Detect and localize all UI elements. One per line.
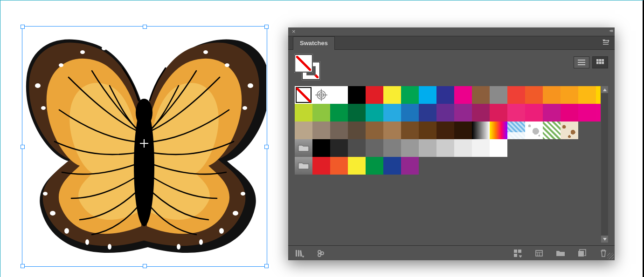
swatch-libraries-menu-icon[interactable] <box>295 249 304 258</box>
artboard[interactable]: × ◂◂ Swatches <box>0 0 643 277</box>
swatch[interactable] <box>507 104 525 122</box>
swatch[interactable] <box>472 104 490 122</box>
swatch[interactable] <box>490 139 507 157</box>
swatch[interactable] <box>383 122 401 139</box>
swatch[interactable] <box>401 104 419 122</box>
panel-menu-icon[interactable] <box>602 39 611 47</box>
swatch[interactable] <box>436 86 454 104</box>
swatch[interactable] <box>366 157 383 175</box>
swatch[interactable] <box>596 104 601 122</box>
swatch[interactable] <box>295 122 312 139</box>
close-icon[interactable]: × <box>292 28 296 35</box>
swatch[interactable] <box>330 86 348 104</box>
scroll-up-icon[interactable] <box>601 86 608 93</box>
swatch[interactable] <box>490 86 507 104</box>
swatch[interactable] <box>348 157 366 175</box>
collapse-icon[interactable]: ◂◂ <box>609 27 612 34</box>
swatch[interactable] <box>383 86 401 104</box>
swatch[interactable] <box>383 139 401 157</box>
swatch[interactable] <box>312 122 330 139</box>
resize-handle-tm[interactable] <box>143 25 147 29</box>
swatch[interactable] <box>383 157 401 175</box>
swatch-gradient-spectrum[interactable] <box>490 122 507 139</box>
swatch-group-folder[interactable] <box>295 139 312 157</box>
swatch[interactable] <box>312 139 330 157</box>
swatch[interactable] <box>330 157 348 175</box>
swatch[interactable] <box>561 86 578 104</box>
swatch[interactable] <box>419 104 436 122</box>
swatch[interactable] <box>454 104 472 122</box>
grid-view-button[interactable] <box>592 56 608 68</box>
swatch[interactable] <box>366 104 383 122</box>
swatch-options-icon[interactable] <box>513 249 522 258</box>
selected-artwork[interactable] <box>22 26 266 266</box>
swatch[interactable] <box>596 86 601 104</box>
swatch[interactable] <box>507 86 525 104</box>
show-swatch-kinds-icon[interactable] <box>316 249 325 258</box>
swatch[interactable] <box>419 139 436 157</box>
resize-handle-tl[interactable] <box>21 25 25 29</box>
swatch-pattern-dots[interactable] <box>525 122 543 139</box>
swatch[interactable] <box>578 86 596 104</box>
swatch[interactable] <box>348 104 366 122</box>
swatch-pattern-2[interactable] <box>561 122 578 139</box>
panel-titlebar[interactable]: × ◂◂ <box>288 27 615 36</box>
resize-handle-mr[interactable] <box>264 145 269 149</box>
swatch[interactable] <box>454 86 472 104</box>
swatch[interactable] <box>295 104 312 122</box>
swatch[interactable] <box>525 86 543 104</box>
swatch[interactable] <box>543 104 561 122</box>
swatch[interactable] <box>330 139 348 157</box>
new-color-group-icon[interactable] <box>534 249 544 258</box>
delete-swatch-icon[interactable] <box>599 249 608 258</box>
resize-handle-ml[interactable] <box>21 145 25 149</box>
panel-resize-grip[interactable] <box>607 253 614 259</box>
resize-handle-br[interactable] <box>264 264 269 268</box>
swatch[interactable] <box>401 86 419 104</box>
swatch-pattern-1[interactable] <box>543 122 561 139</box>
new-folder-icon[interactable] <box>556 249 565 258</box>
swatch[interactable] <box>366 122 383 139</box>
swatch[interactable] <box>312 157 330 175</box>
swatch[interactable] <box>348 86 366 104</box>
new-swatch-icon[interactable] <box>577 249 587 258</box>
fill-stroke-indicator[interactable] <box>295 54 320 80</box>
swatch[interactable] <box>348 122 366 139</box>
swatch[interactable] <box>366 86 383 104</box>
swatch[interactable] <box>543 86 561 104</box>
swatch[interactable] <box>401 139 419 157</box>
swatch[interactable] <box>383 104 401 122</box>
swatch[interactable] <box>454 139 472 157</box>
list-view-button[interactable] <box>574 56 589 68</box>
swatch[interactable] <box>525 104 543 122</box>
swatch-group-folder[interactable] <box>295 157 312 175</box>
swatch[interactable] <box>366 139 383 157</box>
swatch[interactable] <box>401 122 419 139</box>
scroll-down-icon[interactable] <box>601 236 608 243</box>
swatch[interactable] <box>472 86 490 104</box>
scroll-track[interactable] <box>601 93 608 236</box>
swatch[interactable] <box>330 104 348 122</box>
scrollbar[interactable] <box>601 86 608 243</box>
swatch[interactable] <box>472 139 490 157</box>
swatch[interactable] <box>419 122 436 139</box>
swatch[interactable] <box>348 139 366 157</box>
swatch[interactable] <box>436 122 454 139</box>
swatch-gradient-sky[interactable] <box>507 122 525 139</box>
swatch[interactable] <box>436 104 454 122</box>
swatch[interactable] <box>312 104 330 122</box>
swatch-gradient-bw[interactable] <box>472 122 490 139</box>
swatch[interactable] <box>436 139 454 157</box>
resize-handle-bm[interactable] <box>143 264 147 268</box>
swatch[interactable] <box>330 122 348 139</box>
swatch[interactable] <box>419 86 436 104</box>
swatch[interactable] <box>578 104 596 122</box>
resize-handle-bl[interactable] <box>21 264 25 268</box>
fill-swatch[interactable] <box>295 54 312 72</box>
swatch[interactable] <box>561 104 578 122</box>
swatch[interactable] <box>454 122 472 139</box>
swatch[interactable] <box>401 157 419 175</box>
tab-swatches[interactable]: Swatches <box>293 36 335 50</box>
resize-handle-tr[interactable] <box>264 25 269 29</box>
swatch[interactable] <box>490 104 507 122</box>
